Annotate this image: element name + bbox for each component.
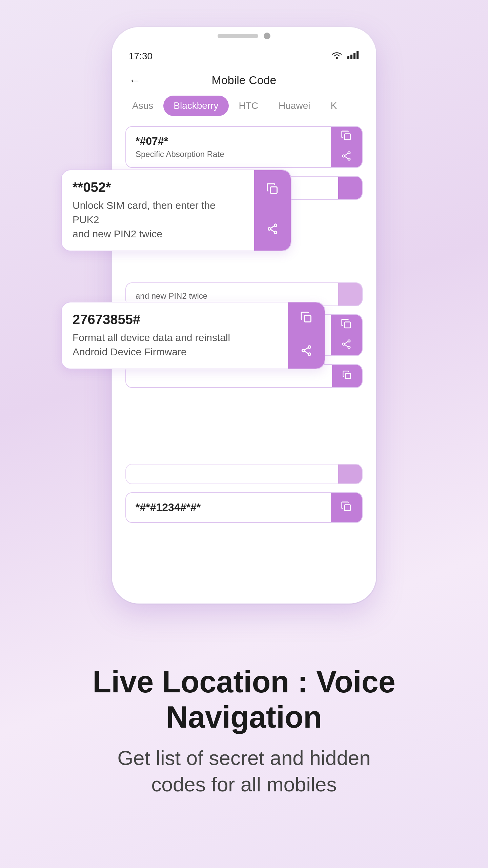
copy-btn-reset[interactable] (338, 315, 355, 335)
floating-card-27673855-actions (288, 302, 325, 369)
card-sar: *#07#* Specific Absorption Rate (125, 126, 363, 168)
svg-point-9 (308, 353, 311, 356)
svg-rect-13 (347, 56, 349, 59)
status-icons (331, 50, 359, 62)
svg-point-26 (348, 346, 350, 349)
share-icon-2[interactable] (296, 340, 317, 364)
svg-point-19 (343, 155, 345, 157)
svg-rect-6 (304, 315, 311, 322)
svg-line-4 (271, 226, 274, 229)
svg-line-21 (345, 153, 348, 155)
svg-rect-0 (270, 187, 277, 194)
card-partial-3-body (126, 465, 338, 484)
back-button[interactable]: ← (129, 73, 141, 87)
svg-line-22 (345, 156, 348, 158)
tab-asus[interactable]: Asus (122, 96, 163, 116)
card-partial-3 (125, 464, 363, 484)
svg-point-25 (343, 343, 345, 345)
tab-huawei[interactable]: Huawei (268, 96, 320, 116)
svg-rect-15 (353, 53, 355, 59)
share-btn-sar[interactable] (338, 147, 355, 167)
tab-blackberry[interactable]: Blackberry (163, 96, 228, 116)
floating-card-27673855-body: 27673855# Format all device data and rei… (62, 302, 288, 369)
svg-line-27 (345, 341, 348, 343)
floating-card-27673855-code: 27673855# (73, 312, 277, 327)
share-icon[interactable] (262, 219, 283, 242)
floating-card-27673855: 27673855# Format all device data and rei… (61, 302, 325, 369)
gap-2 (125, 396, 363, 464)
card-1234-body: *#*#1234#*#* (126, 493, 331, 522)
svg-point-8 (302, 349, 305, 352)
notch-bar (218, 34, 258, 38)
phone-wrapper: **052* Unlock SIM card, then enter the P… (88, 27, 400, 637)
share-btn-reset[interactable] (338, 335, 355, 355)
app-title: Mobile Code (212, 74, 277, 87)
svg-point-24 (348, 340, 350, 342)
tab-k[interactable]: K (320, 96, 347, 116)
card-partial-3-actions (338, 465, 362, 484)
card-1234-actions (331, 493, 362, 522)
bottom-subtitle: Get list of secret and hiddencodes for a… (41, 745, 447, 798)
svg-line-11 (305, 351, 308, 354)
copy-btn-sar[interactable] (338, 127, 355, 147)
svg-point-20 (348, 158, 350, 160)
floating-card-052-body: **052* Unlock SIM card, then enter the P… (62, 170, 254, 251)
floating-card-052-desc: Unlock SIM card, then enter the PUK2and … (73, 198, 243, 241)
wifi-icon (331, 50, 343, 62)
svg-rect-29 (345, 373, 350, 378)
card-sar-actions (331, 127, 362, 167)
svg-rect-14 (350, 55, 352, 59)
card-1234: *#*#1234#*#* (125, 492, 363, 523)
card-partial-2-actions (332, 365, 362, 387)
camera-dot (264, 33, 270, 39)
svg-point-12 (336, 57, 338, 59)
svg-rect-30 (345, 505, 350, 510)
floating-card-052-code: **052* (73, 180, 243, 195)
svg-line-10 (305, 348, 308, 350)
svg-line-28 (345, 344, 348, 347)
notch-area (112, 27, 376, 41)
copy-btn-partial2[interactable] (339, 367, 355, 386)
floating-card-052-actions (254, 170, 291, 251)
card-sar-desc: Specific Absorption Rate (136, 150, 321, 159)
status-time: 17:30 (129, 51, 152, 62)
svg-point-7 (308, 346, 311, 349)
svg-rect-17 (345, 134, 350, 140)
status-bar: 17:30 (112, 41, 376, 65)
bottom-title: Live Location : Voice Navigation (41, 665, 447, 735)
svg-line-5 (271, 230, 274, 232)
signal-icon (347, 50, 359, 62)
card-reset-actions (331, 315, 362, 355)
card-sar-body: *#07#* Specific Absorption Rate (126, 127, 331, 167)
copy-btn-1234[interactable] (338, 498, 355, 518)
card-pin2-partial-text: and new PIN2 twice (136, 291, 329, 301)
floating-card-052: **052* Unlock SIM card, then enter the P… (61, 170, 291, 251)
svg-rect-23 (345, 322, 350, 328)
svg-point-2 (268, 228, 271, 231)
card-pin2-partial-actions (338, 283, 362, 305)
app-header: ← Mobile Code (112, 65, 376, 92)
tab-htc[interactable]: HTC (229, 96, 269, 116)
svg-point-3 (274, 231, 277, 234)
card-1234-code: *#*#1234#*#* (136, 501, 321, 514)
tabs-container: Asus Blackberry HTC Huawei K (112, 92, 376, 119)
copy-icon[interactable] (262, 179, 283, 202)
svg-point-18 (348, 152, 350, 154)
card-partial-1-actions (338, 177, 362, 199)
svg-rect-16 (357, 51, 359, 59)
bottom-section: Live Location : Voice Navigation Get lis… (0, 637, 488, 818)
copy-icon-2[interactable] (296, 307, 317, 331)
card-sar-code: *#07#* (136, 135, 321, 147)
svg-point-1 (274, 224, 277, 227)
floating-card-27673855-desc: Format all device data and reinstallAndr… (73, 331, 277, 359)
